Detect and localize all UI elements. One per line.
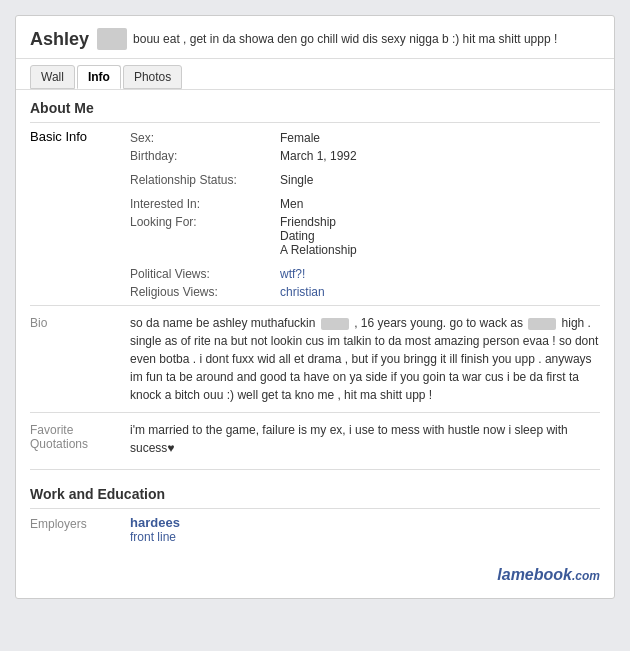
rel-spacer [30,171,130,189]
birthday-key: Birthday: [130,147,280,165]
tab-photos[interactable]: Photos [123,65,182,89]
birthday-value: March 1, 1992 [280,147,600,165]
interested-value: Men [280,195,600,213]
employers-label: Employers [30,515,130,544]
bio-content: so da name be ashley muthafuckin , 16 ye… [130,314,600,404]
relationship-key: Relationship Status: [130,171,280,189]
about-me-section: About Me Basic Info Sex: Female Birthday… [16,90,614,465]
looking-for-2: Dating [280,229,600,243]
basic-info-spacer [30,147,130,165]
interested-row: Interested In: Men [30,195,600,213]
looking-for-values: Friendship Dating A Relationship [280,213,600,259]
looking-for-row: Looking For: Friendship Dating A Relatio… [30,213,600,259]
religious-value: christian [280,283,600,301]
profile-card: Ashley bouu eat , get in da showa den go… [15,15,615,599]
religious-key: Religious Views: [130,283,280,301]
political-value: wtf?! [280,265,600,283]
lamebook-logo: lamebook.com [497,566,600,583]
political-spacer [30,265,130,283]
bio-label: Bio [30,314,130,404]
birthday-row: Birthday: March 1, 1992 [30,147,600,165]
footer: lamebook.com [16,560,614,588]
political-key: Political Views: [130,265,280,283]
looking-for-list: Friendship Dating A Relationship [280,215,600,257]
tabs: Wall Info Photos [16,59,614,89]
favorite-quotations-label: Favorite Quotations [30,421,130,457]
religious-spacer [30,283,130,301]
employer-name-link[interactable]: hardees [130,515,600,530]
tab-wall[interactable]: Wall [30,65,75,89]
political-row: Political Views: wtf?! [30,265,600,283]
relationship-row: Relationship Status: Single [30,171,600,189]
looking-for-1: Friendship [280,215,600,229]
basic-info-grid: Basic Info Sex: Female Birthday: March 1… [16,123,614,305]
bio-row: Bio so da name be ashley muthafuckin , 1… [16,306,614,412]
religious-link[interactable]: christian [280,285,325,299]
religious-row: Religious Views: christian [30,283,600,301]
favorite-quotations-content: i'm married to the game, failure is my e… [130,421,600,457]
political-link[interactable]: wtf?! [280,267,305,281]
profile-name: Ashley [30,29,89,50]
basic-info-label: Basic Info [30,129,87,144]
bio-text-middle1: , 16 years young. go to wack as [354,316,523,330]
avatar [97,28,127,50]
lamebook-logo-suffix: .com [572,569,600,583]
interested-spacer [30,195,130,213]
looking-for-3: A Relationship [280,243,600,257]
basic-info-label-cell: Basic Info [30,129,130,147]
sex-row: Basic Info Sex: Female [30,129,600,147]
lamebook-logo-text: lamebook [497,566,572,583]
work-education-title: Work and Education [16,476,614,508]
profile-header: Ashley bouu eat , get in da showa den go… [16,16,614,59]
looking-spacer [30,213,130,259]
employers-content: hardees front line [130,515,600,544]
relationship-value: Single [280,171,600,189]
sex-value: Female [280,129,600,147]
tab-info[interactable]: Info [77,65,121,89]
sex-key: Sex: [130,129,280,147]
employer-position-link[interactable]: front line [130,530,600,544]
about-me-title: About Me [16,90,614,122]
bio-redacted-1 [321,318,349,330]
profile-status: bouu eat , get in da showa den go chill … [133,32,600,46]
employers-row: Employers hardees front line [16,509,614,550]
work-education-section: Work and Education Employers hardees fro… [16,470,614,560]
favorite-quotations-row: Favorite Quotations i'm married to the g… [16,413,614,465]
interested-key: Interested In: [130,195,280,213]
bio-redacted-2 [528,318,556,330]
looking-for-key: Looking For: [130,213,280,259]
bio-text-before1: so da name be ashley muthafuckin [130,316,315,330]
